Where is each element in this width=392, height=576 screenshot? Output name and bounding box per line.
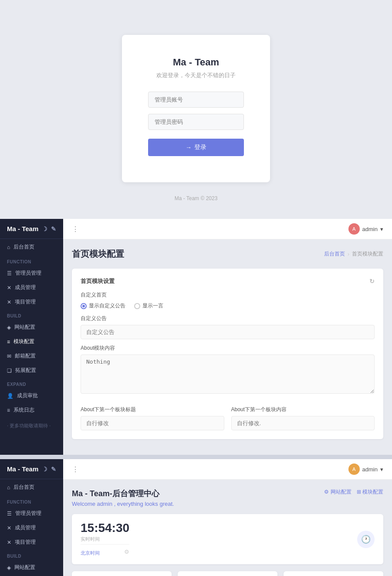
brand-icons-2: ☽ ✎: [42, 466, 56, 473]
log-icon-1: ≡: [7, 407, 10, 413]
header-dots-2[interactable]: ⋮: [72, 465, 79, 474]
x-icon-2: ✕: [7, 299, 11, 305]
breadcrumb-sep-1: ›: [348, 251, 349, 257]
clock-timezone-link[interactable]: 北京时间: [81, 550, 100, 556]
login-title: Ma - Team: [148, 57, 244, 68]
card-title-text-1: 首页模块设置: [81, 277, 115, 285]
two-col-row: About下第一个板块标题 About下第一个板块内容: [81, 401, 375, 430]
homepage-radio-group: 显示自定义公告 显示一言: [81, 302, 375, 310]
sidebar-home-1[interactable]: ⌂ 后台首页: [0, 239, 63, 255]
function-section-label-1: FUNCTION: [0, 255, 63, 266]
edit-icon-2[interactable]: ✎: [51, 466, 56, 473]
header-chevron-2: ▾: [380, 466, 383, 473]
list-icon-1: ☰: [7, 270, 12, 276]
username-input[interactable]: [148, 92, 244, 108]
stats-grid: 2 位 管理总数 👤 管理列表 ⚙ 1 位: [72, 571, 383, 576]
expand-section-label-1: EXPAND: [0, 378, 63, 389]
header-user-2[interactable]: A admin ▾: [348, 464, 383, 475]
admin-panel-1: Ma - Team ☽ ✎ ⌂ 后台首页 FUNCTION ☰ 管理员管理 ✕ …: [0, 219, 392, 455]
login-button-label: 登录: [194, 143, 206, 151]
login-button[interactable]: → 登录: [148, 139, 244, 156]
admin-panel-2: Ma - Team ☽ ✎ ⌂ 后台首页 FUNCTION ☰ 管理员管理 ✕ …: [0, 459, 392, 576]
password-input[interactable]: [148, 114, 244, 130]
custom-notice-input[interactable]: [81, 325, 375, 339]
sidebar-home-2[interactable]: ⌂ 后台首页: [0, 479, 63, 495]
sidebar-more-1: · 更多功能敬请期待 ·: [0, 419, 63, 433]
build-section-label-2: BUILD: [0, 549, 63, 560]
sidebar-item-extend-config-1[interactable]: ❑ 拓展配置: [0, 363, 63, 378]
sidebar-item-site-config-2[interactable]: ◈ 网站配置: [0, 560, 63, 575]
sidebar-item-site-config-1[interactable]: ◈ 网站配置: [0, 320, 63, 334]
header-user-1[interactable]: A admin ▾: [348, 223, 383, 235]
site-config-label-2: 网站配置: [14, 564, 35, 571]
radio-dot-1: [81, 303, 87, 309]
edit-icon-1[interactable]: ✎: [51, 225, 56, 232]
dashboard-title-row: Ma - Team-后台管理中心 Welcome admin , everyth…: [72, 488, 383, 507]
admin-body-1: Ma - Team ☽ ✎ ⌂ 后台首页 FUNCTION ☰ 管理员管理 ✕ …: [0, 219, 392, 455]
breadcrumb-home-link-1[interactable]: 后台首页: [324, 250, 345, 258]
sidebar-item-project-mgmt-1[interactable]: ✕ 项目管理: [0, 295, 63, 309]
diamond-icon-1: ◈: [7, 324, 11, 331]
user-icon-1: 👤: [7, 393, 14, 399]
grid-icon-1: ≡: [7, 339, 10, 345]
sidebar-item-email-config-1[interactable]: ✉ 邮箱配置: [0, 349, 63, 363]
admin-mgmt-label-2: 管理员管理: [15, 510, 41, 517]
email-config-label-1: 邮箱配置: [15, 352, 36, 360]
page-title-1: 首页模块配置: [72, 248, 124, 260]
about-next-title-input[interactable]: [81, 416, 224, 430]
sidebar-home-label-2: 后台首页: [14, 484, 34, 491]
header-dots-1[interactable]: ⋮: [72, 225, 79, 233]
sidebar-item-member-mgmt-2[interactable]: ✕ 成员管理: [0, 521, 63, 535]
sidebar-item-module-config-1[interactable]: ≡ 模块配置: [0, 334, 63, 349]
sidebar-item-member-review-1[interactable]: 👤 成员审批: [0, 389, 63, 403]
about-next-title-label: About下第一个板块标题: [81, 406, 224, 413]
section-gap: [0, 455, 392, 459]
homepage-settings-card: 首页模块设置 ↻ 自定义首页 显示自定义公告 显示一言: [72, 269, 383, 439]
sidebar-item-admin-mgmt-1[interactable]: ☰ 管理员管理: [0, 266, 63, 280]
list-icon-2: ☰: [7, 511, 12, 517]
main-area-2: ⋮ A admin ▾ Ma - Team-后台管理中心 Welcome adm…: [63, 459, 392, 576]
stat-card-member: 1 位 成员总数 👥 成员列表 ⚙: [178, 571, 277, 576]
x-icon-1: ✕: [7, 285, 11, 291]
moon-icon-1[interactable]: ☽: [42, 225, 47, 232]
card-title-1: 首页模块设置 ↻: [81, 277, 375, 285]
sidebar-item-project-mgmt-2[interactable]: ✕ 项目管理: [0, 535, 63, 549]
about-content-textarea[interactable]: Nothing: [81, 354, 375, 394]
module-config-label-1: 模块配置: [14, 338, 34, 345]
about-next-content-col: About下第一个板块内容: [231, 401, 375, 430]
build-section-label-1: BUILD: [0, 309, 63, 320]
dashboard-title-block: Ma - Team-后台管理中心 Welcome admin , everyth…: [72, 488, 174, 507]
dashboard-subtitle: Welcome admin , everything looks great.: [72, 501, 174, 507]
sidebar-1: Ma - Team ☽ ✎ ⌂ 后台首页 FUNCTION ☰ 管理员管理 ✕ …: [0, 219, 63, 455]
radio-yiyan[interactable]: 显示一言: [134, 302, 163, 310]
breadcrumb-1: 后台首页 › 首页模块配置: [324, 250, 383, 258]
home-icon-1: ⌂: [7, 244, 10, 250]
sidebar-item-syslog-1[interactable]: ≡ 系统日志: [0, 403, 63, 417]
header-username-2: admin: [362, 466, 378, 473]
breadcrumb-current-1: 首页模块配置: [352, 250, 383, 258]
moon-icon-2[interactable]: ☽: [42, 466, 47, 473]
sidebar-2: Ma - Team ☽ ✎ ⌂ 后台首页 FUNCTION ☰ 管理员管理 ✕ …: [0, 459, 63, 576]
refresh-icon-1[interactable]: ↻: [369, 278, 375, 285]
site-config-link[interactable]: ⚙ 网站配置: [324, 488, 351, 496]
about-next-content-input[interactable]: [231, 416, 375, 430]
brand-name-2: Ma - Team: [7, 465, 38, 473]
clock-icon: 🕐: [357, 531, 375, 548]
user-avatar-1: A: [348, 223, 360, 235]
clock-realtime-label: 实时时间: [81, 536, 129, 542]
module-config-link[interactable]: ⊞ 模块配置: [357, 488, 383, 496]
clock-settings-icon[interactable]: ⚙: [124, 549, 129, 555]
function-section-label-2: FUNCTION: [0, 495, 63, 506]
about-content-label: About模块内容: [81, 344, 375, 352]
custom-homepage-label: 自定义首页: [81, 291, 375, 299]
welcome-prefix: Welcome: [72, 501, 95, 507]
login-footer: Ma - Team © 2023: [175, 195, 218, 201]
sidebar-item-admin-mgmt-2[interactable]: ☰ 管理员管理: [0, 506, 63, 521]
sidebar-home-label-1: 后台首页: [14, 243, 34, 251]
clock-card: 15:54:30 实时时间 北京时间 ⚙ 🕐: [72, 514, 383, 564]
sidebar-item-member-mgmt-1[interactable]: ✕ 成员管理: [0, 280, 63, 295]
sidebar-brand-2: Ma - Team ☽ ✎: [0, 459, 63, 479]
radio-custom-notice[interactable]: 显示自定义公告: [81, 302, 125, 310]
radio-label-2: 显示一言: [142, 302, 163, 310]
clock-bottom-row: 北京时间 ⚙: [81, 544, 129, 557]
